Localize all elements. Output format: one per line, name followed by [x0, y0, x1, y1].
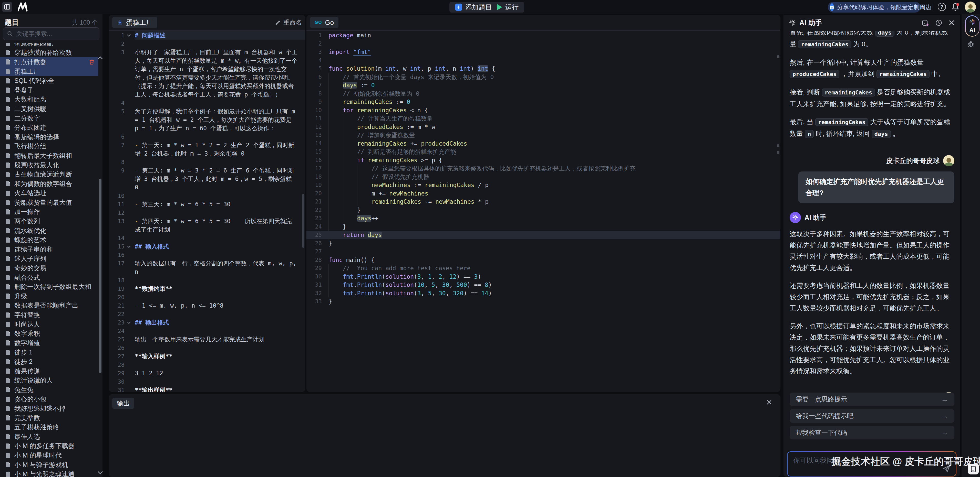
code-editor[interactable]: 1package main23import "fmt"45func soluti… [306, 31, 780, 392]
markdown-line: 10 [109, 192, 305, 200]
problem-list-item[interactable]: 小 M 与光明之魂速通 [0, 469, 99, 477]
bug-report-icon[interactable] [967, 40, 975, 48]
problem-list-item[interactable]: 小 M 的多任务下载器 [0, 441, 99, 451]
problem-list-item[interactable]: 小 M 的星球时代 [0, 451, 99, 460]
problem-list-item[interactable]: 两个数列 [0, 217, 99, 226]
problem-list-item[interactable]: 飞行棋分组 [0, 142, 99, 151]
problem-list-item[interactable]: 加一操作 [0, 207, 99, 217]
problem-label: 古生物血缘远近判断 [14, 170, 95, 179]
inline-code-chip: remainingCakes [822, 89, 875, 97]
problem-list-item[interactable]: 古生物血缘远近判断 [0, 170, 99, 179]
problem-label: 迷人子序列 [14, 254, 95, 263]
problem-list-item[interactable]: 最佳人选 [0, 432, 99, 441]
scrollbar-thumb[interactable] [99, 179, 102, 373]
problem-list-item[interactable]: 股票收益最大化 [0, 160, 99, 170]
file-icon [6, 368, 11, 374]
search-input[interactable]: 关键字搜索... [3, 27, 99, 40]
problem-list-item[interactable]: 融合公式 [0, 273, 99, 282]
markdown-editor[interactable]: 1# 问题描述2 3小明开了一家蛋糕工厂，目前工厂里面有 m 台机器和 w 个工… [109, 31, 305, 392]
problem-list-item[interactable]: 火车站选址 [0, 189, 99, 198]
tab-problem-description[interactable]: 蛋糕工厂 [112, 17, 158, 28]
problem-list-item[interactable]: 徒步 2 [0, 357, 99, 366]
markdown-line: 12 [109, 209, 305, 217]
problem-list-item[interactable]: 蛋糕工厂 [0, 67, 99, 76]
problem-list-item[interactable]: 数字乘积 [0, 329, 99, 338]
floating-widget-button[interactable] [968, 464, 979, 474]
tab-go-file[interactable]: GO Go [310, 17, 339, 28]
problem-list-item[interactable]: 徒步 1 [0, 348, 99, 357]
problem-list-item[interactable]: 五子棋获胜策略 [0, 423, 99, 432]
code-line: 14remainingCakes += producedCakes [306, 139, 780, 148]
description-scrollbar-thumb[interactable] [302, 194, 304, 248]
scroll-up-icon[interactable] [97, 56, 103, 60]
notification-bell-icon[interactable] [951, 3, 960, 12]
problem-list-item[interactable]: 数据表是否能顺利产出 [0, 301, 99, 311]
problem-list-item[interactable]: 连续子串的和 [0, 245, 99, 254]
scroll-down-icon[interactable] [97, 471, 103, 474]
problem-list-item[interactable]: SQL 代码补全 [0, 76, 99, 86]
file-icon [6, 115, 11, 121]
problem-list[interactable]: 创意标题匹配穿越沙漠的补给次数打点计数器蛋糕工厂SQL 代码补全叠盘子大数和距离… [0, 43, 99, 477]
help-icon[interactable]: ? [938, 3, 946, 11]
suggestion-chip[interactable]: 给我一些代码提示吧→ [790, 409, 955, 423]
problem-list-item[interactable]: 小 M 与弹子游戏机 [0, 460, 99, 469]
file-icon [6, 134, 11, 140]
output-close-icon[interactable] [766, 399, 772, 405]
problem-list-item[interactable]: 流水线优化 [0, 226, 99, 235]
user-avatar[interactable] [965, 2, 976, 13]
problem-list-item[interactable]: 螺旋的艺术 [0, 235, 99, 245]
run-button[interactable]: 运行 [492, 2, 524, 13]
delete-problem-icon[interactable] [89, 59, 95, 65]
problem-list-item[interactable]: 翻转后最大子数组和 [0, 151, 99, 160]
problem-list-item[interactable]: 穿越沙漠的补给次数 [0, 48, 99, 57]
markdown-line: 22 [109, 310, 305, 319]
problem-list-item[interactable]: 二叉树供暖 [0, 104, 99, 114]
promo-badge[interactable]: 分享代码练习体验，领限量定制周边 [828, 2, 921, 13]
problem-list-item[interactable]: 二分数字 [0, 114, 99, 123]
markdown-line: 4 [109, 99, 305, 107]
problem-list-item[interactable]: 统计说谎的人 [0, 376, 99, 385]
problem-list-item[interactable]: 我好想逃却逃不掉 [0, 404, 99, 413]
problem-list-item[interactable]: 打点计数器 [0, 57, 99, 67]
history-icon[interactable] [935, 19, 943, 27]
problem-label: 飞行棋分组 [14, 142, 95, 151]
problem-list-item[interactable]: 迷人子序列 [0, 254, 99, 263]
problem-list-item[interactable]: 分布式团建 [0, 123, 99, 132]
problem-list-item[interactable]: 创意标题匹配 [0, 43, 99, 48]
problem-list-item[interactable]: 糖果传递 [0, 366, 99, 376]
sidebar-toggle-button[interactable] [2, 2, 12, 12]
add-problem-button[interactable]: + 添加题目 [449, 2, 498, 13]
problem-list-item[interactable]: 贪心的小包 [0, 395, 99, 404]
file-icon [6, 125, 11, 131]
problem-list-item[interactable]: 数字增殖 [0, 338, 99, 348]
description-tabbar: 蛋糕工厂 重命名 [109, 15, 305, 31]
ai-rail-badge[interactable]: AI [965, 15, 980, 36]
problem-list-item[interactable]: 叠盘子 [0, 86, 99, 95]
assistant-name: AI 助手 [805, 212, 826, 223]
problem-list-item[interactable]: 大数和距离 [0, 95, 99, 105]
close-panel-icon[interactable] [948, 19, 955, 26]
problem-list-item[interactable]: 奇妙的交易 [0, 263, 99, 273]
sidebar-scrollbar[interactable] [99, 43, 102, 477]
suggestion-chip[interactable]: 需要一点思路提示→ [790, 393, 955, 406]
problem-list-item[interactable]: 升级 [0, 292, 99, 301]
suggestion-chip[interactable]: 帮我检查一下代码→ [790, 426, 955, 439]
output-tab[interactable]: 输出 [112, 398, 134, 409]
chat-history[interactable]: 首先, 在函数内部初始化天数 days 为 0，剩余蛋糕数量 remaining… [790, 31, 955, 393]
new-chat-icon[interactable] [921, 19, 929, 27]
problem-list-item[interactable]: 和为偶数的数字组合 [0, 179, 99, 189]
problem-label: 打点计数器 [14, 58, 85, 66]
problem-list-item[interactable]: 货船载货量的最大值 [0, 198, 99, 207]
marscode-logo[interactable] [18, 2, 29, 12]
problem-list-item[interactable]: 番茄编辑的选择 [0, 132, 99, 142]
run-label: 运行 [505, 3, 519, 12]
rename-button[interactable]: 重命名 [275, 18, 302, 27]
problem-list-item[interactable]: 时尚达人 [0, 320, 99, 329]
user-avatar [943, 155, 955, 166]
problem-label: 二分数字 [14, 114, 95, 123]
problem-list-item[interactable]: 完美整数 [0, 413, 99, 423]
problem-list-item[interactable]: 兔生兔 [0, 385, 99, 395]
problem-list-item[interactable]: 字符替换 [0, 310, 99, 320]
problem-list-item[interactable]: 删除一次得到子数组最大和 [0, 282, 99, 292]
code-line: 32fmt.Println(solution(3, 5, 30, 320) ==… [306, 289, 780, 298]
